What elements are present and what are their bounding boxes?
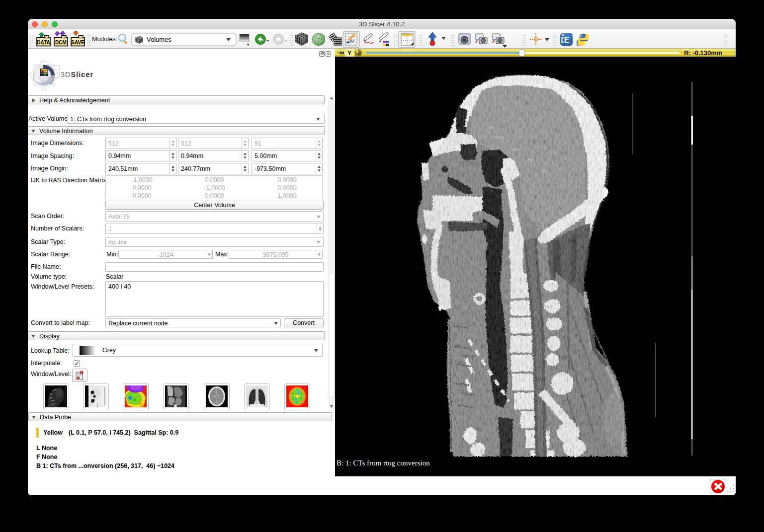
svg-text:E: E [564, 36, 570, 44]
svg-text:DCM: DCM [55, 40, 67, 45]
svg-text:Volumes: Volumes [147, 36, 171, 43]
svg-text:DATA: DATA [37, 40, 50, 45]
svg-text:Modules:: Modules: [92, 36, 117, 43]
svg-text:Y: Y [347, 49, 352, 57]
svg-text:SAVE: SAVE [71, 40, 85, 45]
svg-text:R: -0.130mm: R: -0.130mm [684, 49, 722, 57]
